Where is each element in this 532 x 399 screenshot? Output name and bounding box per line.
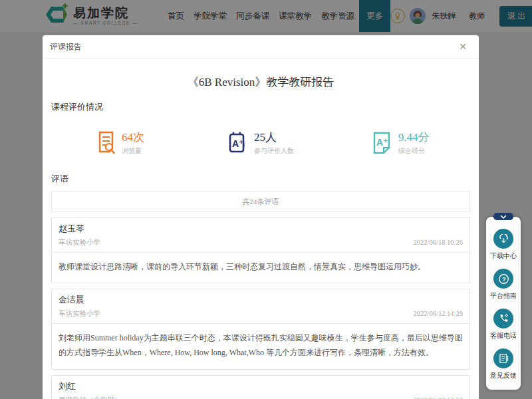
chevron-down-icon: [500, 215, 507, 219]
service-phone-label: 客服电话: [490, 331, 517, 340]
stat-score-value: 9.44分: [398, 132, 430, 144]
close-icon[interactable]: ✕: [458, 41, 468, 53]
comment-author: 赵玉琴: [59, 223, 463, 235]
comment-text: 刘老师用Summer holiday为主题串联三个时态，本课设计得既扎实稳固又趣…: [52, 323, 469, 368]
feedback-icon: [493, 348, 513, 368]
evaluation-section-title: 课程评价情况: [51, 101, 470, 113]
floating-menu-card: 下载中心 ? 平台指南 客服电话: [486, 217, 521, 390]
floating-help-menu: 下载中心 ? 平台指南 客服电话: [485, 213, 522, 390]
views-document-icon: [98, 130, 116, 158]
svg-text:?: ?: [501, 275, 505, 282]
comment-card: 金洁晨 车坊实验小学 2022/06/12 14:29 刘老师用Summer h…: [51, 289, 470, 369]
comment-head: 刘红 星澄学校（小学部） 2022/06/12 13:50: [52, 376, 469, 399]
stat-evaluators-label: 参与评价人数: [254, 147, 294, 154]
score-page-icon: A⁺: [372, 130, 393, 158]
feedback-item[interactable]: 意见反馈: [490, 344, 517, 384]
comment-head: 赵玉琴 车坊实验小学 2022/06/18 10:26: [52, 218, 469, 252]
modal-body: 《6B Revision》教学教研报告 课程评价情况 64次 浏览量: [43, 74, 479, 399]
download-center-item[interactable]: 下载中心: [490, 225, 517, 265]
comment-time: 2022/06/12 13:50: [414, 396, 463, 399]
platform-guide-item[interactable]: ? 平台指南: [490, 265, 517, 305]
download-center-label: 下载中心: [490, 251, 517, 261]
comment-school: 车坊实验小学: [59, 309, 100, 319]
comment-text: 教师课堂设计思路清晰，课前的导入环节新颖，三种时态复习过渡自然，情景真实，思维导…: [52, 252, 469, 283]
report-title: 《6B Revision》教学教研报告: [51, 74, 470, 90]
comments-section-title: 评语: [51, 173, 470, 185]
comment-time: 2022/06/12 14:29: [414, 310, 463, 317]
comment-card: 刘红 星澄学校（小学部） 2022/06/12 13:50 刘老师的课设计精巧，…: [51, 375, 470, 399]
svg-text:A⁺: A⁺: [232, 138, 244, 149]
comment-card: 赵玉琴 车坊实验小学 2022/06/18 10:26 教师课堂设计思路清晰，课…: [51, 217, 470, 283]
stat-score-label: 综合得分: [398, 147, 430, 154]
comment-head: 金洁晨 车坊实验小学 2022/06/12 14:29: [52, 289, 469, 323]
collapse-menu-button[interactable]: [493, 213, 513, 220]
comment-author: 金洁晨: [59, 294, 463, 306]
platform-guide-label: 平台指南: [490, 291, 517, 301]
stat-evaluators: A⁺ 25人 参与评价人数: [191, 130, 331, 158]
stat-views: 64次 浏览量: [51, 130, 191, 158]
evaluators-clipboard-icon: A⁺: [227, 130, 249, 158]
stat-evaluators-value: 25人: [254, 132, 294, 144]
phone-icon: [493, 309, 513, 329]
comments-count: 共24条评语: [51, 191, 470, 212]
modal-titlebar: 评课报告 ✕: [43, 35, 479, 59]
question-icon: ?: [493, 269, 513, 289]
comment-school: 车坊实验小学: [59, 238, 100, 247]
comment-author: 刘红: [59, 380, 463, 392]
stat-views-value: 64次: [122, 132, 144, 144]
modal-title: 评课报告: [50, 41, 82, 53]
download-cloud-icon: [493, 229, 513, 249]
feedback-label: 意见反馈: [490, 371, 517, 380]
comment-time: 2022/06/18 10:26: [414, 239, 463, 246]
svg-text:A⁺: A⁺: [376, 137, 388, 148]
stat-score: A⁺ 9.44分 综合得分: [331, 130, 470, 158]
stat-views-label: 浏览量: [122, 147, 144, 154]
evaluation-report-dialog: 评课报告 ✕ 《6B Revision》教学教研报告 课程评价情况: [43, 35, 479, 399]
comment-school: 星澄学校（小学部）: [59, 396, 122, 399]
stats-row: 64次 浏览量 A⁺ 25人 参与评价人数: [51, 130, 470, 158]
service-phone-item[interactable]: 客服电话: [490, 305, 517, 344]
